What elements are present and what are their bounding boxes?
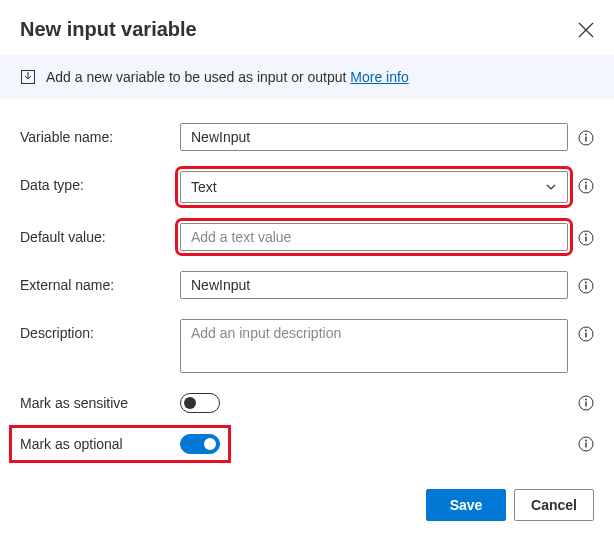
row-data-type: Data type: Text [20,171,594,203]
label-default-value: Default value: [20,223,180,245]
import-icon [20,69,36,85]
label-data-type: Data type: [20,171,180,193]
svg-rect-21 [585,443,586,448]
svg-rect-18 [585,402,586,407]
close-icon[interactable] [578,22,594,38]
svg-point-8 [585,234,587,236]
svg-rect-9 [585,237,586,242]
row-default-value: Default value: [20,223,594,251]
row-variable-name: Variable name: [20,123,594,151]
label-variable-name: Variable name: [20,123,180,145]
variable-name-input[interactable] [180,123,568,151]
svg-point-20 [585,440,587,442]
external-name-input[interactable] [180,271,568,299]
dialog-header: New input variable [0,0,614,55]
info-icon[interactable] [578,326,594,342]
info-icon[interactable] [578,230,594,246]
cancel-button[interactable]: Cancel [514,489,594,521]
svg-point-5 [585,182,587,184]
info-icon[interactable] [578,278,594,294]
svg-point-17 [585,399,587,401]
data-type-select[interactable]: Text [180,171,568,203]
info-banner: Add a new variable to be used as input o… [0,55,614,99]
save-button[interactable]: Save [426,489,506,521]
row-description: Description: [20,319,594,373]
svg-point-14 [585,330,587,332]
label-mark-sensitive: Mark as sensitive [20,395,180,411]
mark-sensitive-toggle[interactable] [180,393,220,413]
row-mark-optional: Mark as optional [20,425,594,463]
data-type-value: Text [191,179,217,195]
default-value-input[interactable] [180,223,568,251]
row-external-name: External name: [20,271,594,299]
info-icon[interactable] [578,130,594,146]
mark-optional-toggle[interactable] [180,434,220,454]
mark-optional-highlight: Mark as optional [9,425,231,463]
info-icon[interactable] [578,178,594,194]
banner-text: Add a new variable to be used as input o… [46,69,409,85]
chevron-down-icon [545,181,557,193]
label-mark-optional: Mark as optional [20,436,172,452]
label-external-name: External name: [20,271,180,293]
svg-point-11 [585,282,587,284]
svg-rect-6 [585,185,586,190]
row-mark-sensitive: Mark as sensitive [20,393,594,413]
more-info-link[interactable]: More info [350,69,408,85]
info-icon[interactable] [578,395,594,411]
new-input-variable-dialog: New input variable Add a new variable to… [0,0,614,463]
description-input[interactable] [180,319,568,373]
dialog-title: New input variable [20,18,197,41]
svg-rect-3 [585,137,586,142]
svg-rect-12 [585,285,586,290]
label-description: Description: [20,319,180,341]
form: Variable name: Data type: Text Default v… [0,99,614,463]
svg-rect-15 [585,333,586,338]
svg-point-2 [585,134,587,136]
dialog-footer: Save Cancel [426,489,594,521]
info-icon[interactable] [578,436,594,452]
